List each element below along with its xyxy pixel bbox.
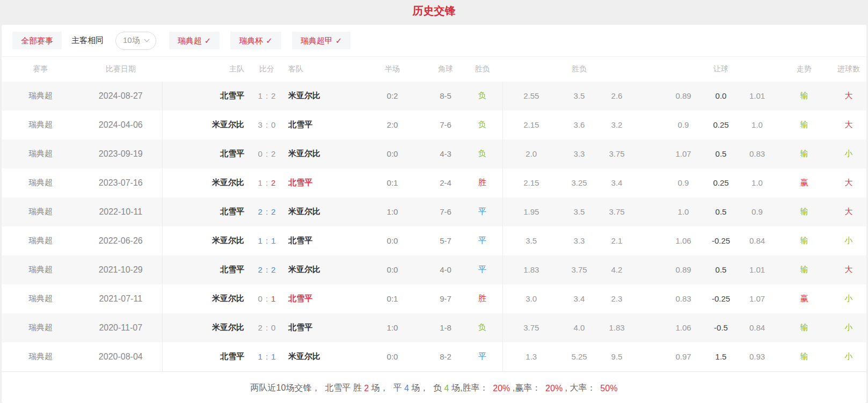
cell-result: 平 <box>462 197 502 226</box>
cell-goals: 小 <box>831 140 866 168</box>
col-header-corner: 角球 <box>429 57 462 82</box>
cell-odds-draw: 3.3 <box>560 140 599 168</box>
cell-handicap-away: 1.01 <box>737 255 777 284</box>
table-row: 瑞典超2022-10-11北雪平2:2米亚尔比1:07-6平1.953.53.7… <box>2 197 866 226</box>
summary-segment: 场, <box>449 383 463 394</box>
table-row: 瑞典超2021-07-11米亚尔比0:1北雪平0:19-7胜3.03.42.30… <box>2 284 866 313</box>
table-row: 瑞典超2023-09-19北雪平0:2米亚尔比0:04-3负2.03.33.75… <box>2 140 866 168</box>
cell-handicap-line: 0.25 <box>705 168 737 197</box>
cell-handicap-line: -0.5 <box>705 313 737 342</box>
cell-odds-lose: 2.1 <box>599 226 635 255</box>
cell-halftime: 1:0 <box>356 313 429 342</box>
cell-corners: 5-7 <box>429 226 462 255</box>
cell-handicap-line: -0.25 <box>705 226 737 255</box>
league-filter-button-3[interactable]: 瑞典超甲 ✓ <box>292 32 351 49</box>
cell-result: 平 <box>462 255 502 284</box>
cell-home-team: 北雪平 <box>162 342 250 371</box>
cell-handicap-away: 0.84 <box>737 313 777 342</box>
cell-trend: 赢 <box>777 284 831 313</box>
cell-odds-draw: 3.75 <box>560 255 599 284</box>
cell-league: 瑞典超 <box>2 313 79 342</box>
cell-corners: 4-0 <box>429 255 462 284</box>
cell-corners: 2-4 <box>429 168 462 197</box>
match-table-body: 瑞典超2024-08-27北雪平1:2米亚尔比0:28-5负2.553.52.6… <box>2 82 866 371</box>
cell-odds-lose: 3.75 <box>599 140 635 168</box>
cell-odds-lose: 3.75 <box>599 197 635 226</box>
cell-goals: 大 <box>831 255 866 284</box>
cell-odds-lose: 2.3 <box>599 284 635 313</box>
cell-odds-draw: 3.3 <box>560 226 599 255</box>
cell-league: 瑞典超 <box>2 168 79 197</box>
cell-score: 0:2 <box>250 140 284 168</box>
h2h-card: 全部赛事 主客相同 10场 瑞典超 ✓ 瑞典杯 ✓ 瑞典超甲 ✓ <box>2 25 866 403</box>
cell-home-team: 北雪平 <box>162 197 250 226</box>
cell-handicap-line: 1.5 <box>705 342 737 371</box>
cell-handicap-home: 1.06 <box>662 226 705 255</box>
cell-goals: 小 <box>831 226 866 255</box>
cell-halftime: 0:0 <box>356 226 429 255</box>
league-filter-button-1[interactable]: 瑞典超 ✓ <box>169 32 220 49</box>
cell-odds-win: 2.15 <box>502 168 560 197</box>
cell-odds-draw: 3.25 <box>560 168 599 197</box>
cell-odds-draw: 3.6 <box>560 111 599 140</box>
cell-handicap-away: 0.93 <box>737 342 777 371</box>
cell-corners: 4-3 <box>429 140 462 168</box>
cell-goals: 小 <box>831 284 866 313</box>
league-filter-label: 瑞典杯 <box>239 32 263 49</box>
cell-odds-lose: 1.83 <box>599 313 635 342</box>
cell-result: 胜 <box>462 168 502 197</box>
same-venue-filter[interactable]: 主客相同 <box>71 35 104 46</box>
all-events-button[interactable]: 全部赛事 <box>12 32 62 49</box>
cell-handicap-home: 0.9 <box>662 168 705 197</box>
cell-score: 2:0 <box>250 313 284 342</box>
cell-league: 瑞典超 <box>2 284 79 313</box>
summary-segment: 平 <box>393 383 404 394</box>
summary-segment: 胜率： <box>462 383 493 394</box>
cell-goals: 小 <box>831 342 866 371</box>
cell-odds-draw: 3.5 <box>560 197 599 226</box>
cell-date: 2022-06-26 <box>79 226 162 255</box>
col-header-score: 比分 <box>250 57 284 82</box>
league-filter-label: 瑞典超甲 <box>301 32 333 49</box>
cell-home-team: 北雪平 <box>162 255 250 284</box>
match-count-dropdown[interactable]: 10场 <box>115 32 156 50</box>
col-header-league: 赛事 <box>2 57 79 82</box>
summary-segment: , 大率： <box>563 383 600 394</box>
cell-result: 负 <box>462 111 502 140</box>
cell-halftime: 0:0 <box>356 255 429 284</box>
cell-handicap-line: 0.5 <box>705 255 737 284</box>
cell-trend: 输 <box>777 226 831 255</box>
cell-score: 0:1 <box>250 284 284 313</box>
col-header-home: 主队 <box>162 57 250 82</box>
cell-away-team: 米亚尔比 <box>284 255 356 284</box>
table-row: 瑞典超2022-06-26米亚尔比1:1北雪平0:05-7平3.53.32.11… <box>2 226 866 255</box>
page-title: 历史交锋 <box>0 0 868 25</box>
league-filter-button-2[interactable]: 瑞典杯 ✓ <box>230 32 281 49</box>
cell-result: 负 <box>462 140 502 168</box>
cell-home-team: 米亚尔比 <box>162 111 250 140</box>
table-row: 瑞典超2020-08-04北雪平1:1米亚尔比0:08-2平1.35.259.5… <box>2 342 866 371</box>
cell-handicap-home: 0.97 <box>662 342 705 371</box>
cell-halftime: 0:0 <box>356 140 429 168</box>
cell-trend: 赢 <box>777 168 831 197</box>
summary-segment: 负 <box>433 383 444 394</box>
summary-segment: 20% <box>493 384 510 393</box>
cell-score: 1:1 <box>250 342 284 371</box>
summary-segment: 北雪平 <box>325 383 353 394</box>
cell-handicap-home: 0.83 <box>662 284 705 313</box>
cell-handicap-away: 0.84 <box>737 226 777 255</box>
cell-handicap-away: 1.0 <box>737 168 777 197</box>
cell-date: 2021-07-11 <box>79 284 162 313</box>
cell-home-team: 米亚尔比 <box>162 168 250 197</box>
cell-odds-win: 1.3 <box>502 342 560 371</box>
summary-segment: 两队近10场交锋， <box>251 383 325 394</box>
cell-corners: 7-6 <box>429 197 462 226</box>
table-row: 瑞典超2024-04-06米亚尔比3:0北雪平2:07-6负2.153.63.2… <box>2 111 866 140</box>
cell-odds-lose: 9.5 <box>599 342 635 371</box>
chevron-down-icon <box>144 37 149 42</box>
summary-segment: 2 <box>364 384 369 393</box>
cell-away-team: 北雪平 <box>284 226 356 255</box>
cell-date: 2020-08-04 <box>79 342 162 371</box>
cell-odds-lose: 3.2 <box>599 111 635 140</box>
cell-halftime: 0:1 <box>356 284 429 313</box>
